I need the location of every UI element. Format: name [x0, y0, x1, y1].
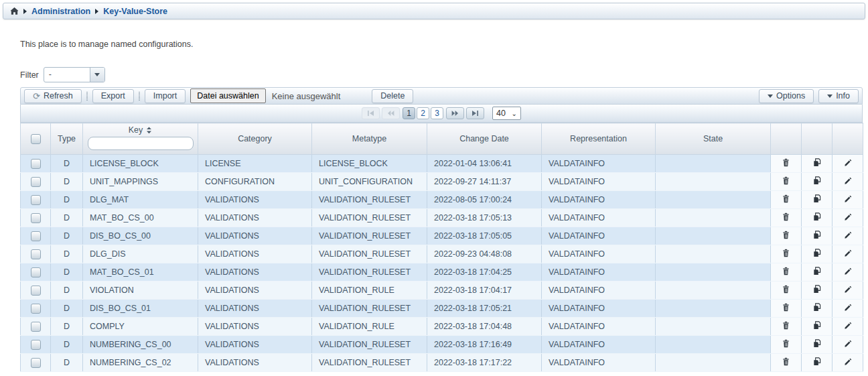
copy-row-icon[interactable]	[812, 249, 821, 257]
copy-row-icon[interactable]	[812, 158, 821, 167]
edit-row-icon[interactable]	[843, 231, 852, 239]
dropdown-arrow-icon	[768, 95, 773, 98]
next-page-button[interactable]	[446, 107, 464, 119]
row-change-date-cell: 2022-03-18 17:04:17	[427, 281, 542, 300]
edit-row-icon[interactable]	[843, 212, 852, 221]
row-representation-cell: VALDATAINFO	[542, 245, 656, 263]
row-select-cell	[21, 336, 51, 354]
delete-button[interactable]: Delete	[372, 89, 413, 103]
row-change-date-cell: 2022-03-18 17:17:22	[427, 354, 542, 372]
copy-row-icon[interactable]	[812, 194, 821, 203]
row-key-cell: NUMBERING_CS_00	[83, 336, 198, 354]
row-representation-cell: VALDATAINFO	[542, 263, 656, 281]
row-checkbox[interactable]	[31, 286, 41, 296]
table-row: D COMPLY VALIDATIONS VALIDATION_RULE 202…	[21, 318, 863, 336]
row-checkbox[interactable]	[31, 267, 41, 277]
export-button[interactable]: Export	[92, 89, 134, 103]
home-icon[interactable]	[10, 7, 19, 15]
delete-row-icon[interactable]	[782, 194, 790, 203]
row-checkbox[interactable]	[31, 358, 41, 368]
row-checkbox[interactable]	[31, 195, 41, 205]
row-checkbox[interactable]	[31, 304, 41, 314]
row-key-cell: NUMBERING_CS_02	[83, 354, 198, 372]
copy-row-icon[interactable]	[812, 285, 821, 294]
delete-row-icon[interactable]	[782, 321, 790, 330]
row-key-cell: DIS_BO_CS_01	[83, 300, 198, 318]
info-menu-button[interactable]: Info	[818, 89, 859, 103]
filter-dropdown[interactable]: -	[44, 67, 105, 82]
delete-row-icon[interactable]	[782, 357, 790, 366]
edit-row-icon[interactable]	[843, 267, 852, 275]
edit-row-icon[interactable]	[843, 303, 852, 312]
edit-row-icon[interactable]	[843, 176, 852, 185]
copy-row-icon[interactable]	[812, 339, 821, 348]
delete-row-icon[interactable]	[782, 285, 790, 294]
row-checkbox[interactable]	[31, 177, 41, 187]
delete-row-icon[interactable]	[782, 303, 790, 312]
row-key-cell: DLG_DIS	[83, 245, 198, 263]
edit-row-icon[interactable]	[843, 357, 852, 366]
row-checkbox[interactable]	[31, 231, 41, 241]
paginator-page-3[interactable]: 3	[431, 107, 443, 119]
last-page-button[interactable]	[466, 107, 484, 119]
delete-row-icon[interactable]	[782, 176, 790, 185]
delete-row-icon[interactable]	[782, 231, 790, 239]
page-size-select[interactable]: 40 ⌄	[492, 107, 521, 120]
breadcrumb: Administration Key-Value-Store	[3, 3, 865, 19]
row-representation-cell: VALDATAINFO	[542, 281, 656, 300]
row-metatype-cell: VALIDATION_RULE	[312, 281, 427, 300]
column-header-edit	[833, 123, 863, 155]
chevron-down-icon: ⌄	[512, 110, 517, 117]
delete-row-icon[interactable]	[782, 267, 790, 275]
delete-row-icon[interactable]	[782, 339, 790, 348]
table-row: D NUMBERING_CS_02 VALIDATIONS VALIDATION…	[21, 354, 863, 372]
edit-row-icon[interactable]	[843, 194, 852, 203]
next-page-icon	[451, 110, 459, 117]
row-type-cell: D	[51, 173, 83, 191]
paginator-page-2[interactable]: 2	[417, 107, 429, 119]
row-select-cell	[21, 155, 51, 173]
row-metatype-cell: VALIDATION_RULESET	[312, 209, 427, 227]
select-all-checkbox[interactable]	[31, 134, 41, 144]
row-metatype-cell: VALIDATION_RULE	[312, 318, 427, 336]
paginator-page-1[interactable]: 1	[403, 107, 415, 119]
delete-row-icon[interactable]	[782, 212, 790, 221]
edit-row-icon[interactable]	[843, 249, 852, 257]
key-filter-input[interactable]	[88, 137, 194, 150]
row-checkbox[interactable]	[31, 213, 41, 223]
toolbar-separator	[86, 92, 88, 101]
edit-row-icon[interactable]	[843, 158, 852, 167]
row-checkbox[interactable]	[31, 249, 41, 259]
edit-row-icon[interactable]	[843, 285, 852, 294]
edit-row-icon[interactable]	[843, 339, 852, 348]
row-metatype-cell: VALIDATION_RULESET	[312, 336, 427, 354]
row-change-date-cell: 2022-03-18 17:05:13	[427, 209, 542, 227]
row-checkbox[interactable]	[31, 340, 41, 350]
key-sort-control[interactable]: Key	[83, 125, 198, 135]
delete-row-icon[interactable]	[782, 249, 790, 257]
sort-icon	[146, 127, 152, 134]
breadcrumb-link-key-value-store[interactable]: Key-Value-Store	[103, 7, 167, 16]
delete-row-icon[interactable]	[782, 158, 790, 167]
row-metatype-cell: VALIDATION_RULESET	[312, 245, 427, 263]
copy-row-icon[interactable]	[812, 212, 821, 221]
row-checkbox[interactable]	[31, 159, 41, 169]
refresh-button[interactable]: ⟳ Refresh	[24, 89, 82, 103]
file-choose-button[interactable]: Datei auswählen	[190, 88, 265, 103]
breadcrumb-link-administration[interactable]: Administration	[31, 7, 90, 16]
copy-row-icon[interactable]	[812, 303, 821, 312]
row-type-cell: D	[51, 263, 83, 281]
row-checkbox[interactable]	[31, 322, 41, 332]
copy-row-icon[interactable]	[812, 231, 821, 239]
copy-row-icon[interactable]	[812, 176, 821, 185]
first-page-button[interactable]	[362, 107, 380, 119]
copy-row-icon[interactable]	[812, 267, 821, 275]
options-menu-button[interactable]: Options	[759, 89, 814, 103]
import-button[interactable]: Import	[145, 89, 186, 103]
copy-row-icon[interactable]	[812, 321, 821, 330]
edit-row-icon[interactable]	[843, 321, 852, 330]
column-header-change-date: Change Date	[427, 123, 542, 155]
filter-dropdown-button[interactable]	[90, 68, 104, 82]
copy-row-icon[interactable]	[812, 357, 821, 366]
prev-page-button[interactable]	[382, 107, 400, 119]
